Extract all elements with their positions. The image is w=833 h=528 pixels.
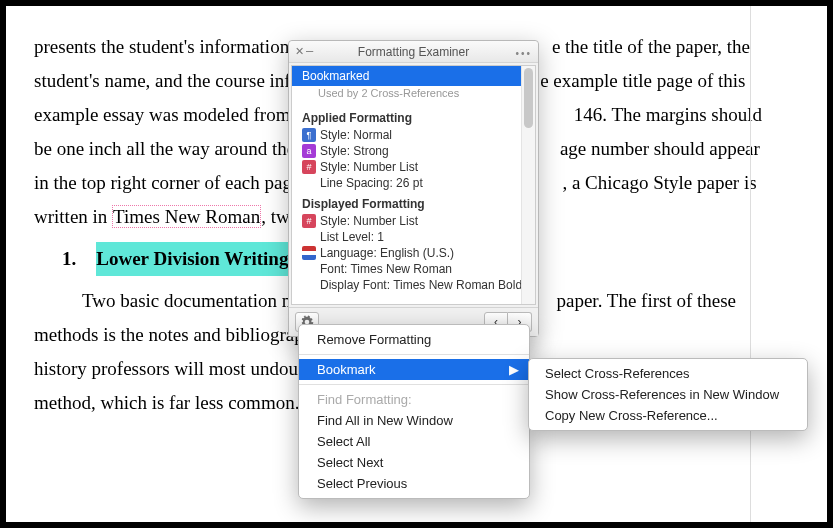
menu-find-heading: Find Formatting: (299, 389, 529, 410)
menu-separator (299, 384, 529, 385)
font-label: Font: Times New Roman (320, 262, 452, 276)
bookmarked-subtext: Used by 2 Cross-References (292, 86, 535, 105)
list-style-icon: # (302, 160, 316, 174)
style-row[interactable]: #Style: Number List (292, 213, 535, 229)
display-font-label: Display Font: Times New Roman Bold (320, 278, 522, 292)
field-placeholder[interactable]: Times New Roman (112, 205, 261, 228)
style-row[interactable]: ¶Style: Normal (292, 127, 535, 143)
applied-formatting-heading: Applied Formatting (292, 105, 535, 127)
list-style-icon: # (302, 214, 316, 228)
bookmarked-row[interactable]: Bookmarked (292, 66, 535, 86)
font-row[interactable]: Font: Times New Roman (292, 261, 535, 277)
menu-select-all[interactable]: Select All (299, 431, 529, 452)
display-font-row[interactable]: Display Font: Times New Roman Bold (292, 277, 535, 293)
bookmark-submenu[interactable]: Select Cross-References Show Cross-Refer… (528, 358, 808, 431)
body-text: age number should appear (560, 138, 760, 159)
panel-title: Formatting Examiner (358, 45, 469, 59)
list-level-row[interactable]: List Level: 1 (292, 229, 535, 245)
paragraph-icon: ¶ (302, 128, 316, 142)
scrollbar[interactable] (521, 66, 535, 304)
body-text: methods is the notes and bibliography (34, 324, 323, 345)
body-text: in the top right corner of each page (34, 172, 300, 193)
body-text: student's name, and the course info (34, 70, 300, 91)
body-text: history professors will most undoubte (34, 358, 321, 379)
flag-icon (302, 246, 316, 260)
scrollbar-thumb[interactable] (524, 68, 533, 128)
style-row[interactable]: aStyle: Strong (292, 143, 535, 159)
language-row[interactable]: Language: English (U.S.) (292, 245, 535, 261)
gear-dropdown-menu[interactable]: Remove Formatting Bookmark ▶ Find Format… (298, 324, 530, 499)
body-text: , a Chicago Style paper is (562, 172, 756, 193)
minimize-icon[interactable]: – (306, 43, 313, 58)
bookmarked-label: Bookmarked (302, 69, 369, 83)
menu-bookmark[interactable]: Bookmark ▶ (299, 359, 529, 380)
body-text: Two basic documentation m (82, 290, 296, 311)
submenu-select-xrefs[interactable]: Select Cross-References (529, 363, 807, 384)
body-text: e example title page of this (540, 70, 745, 91)
style-label: Style: Number List (320, 214, 418, 228)
body-text: presents the student's information. (34, 36, 294, 57)
style-label: Style: Number List (320, 160, 418, 174)
style-row[interactable]: #Style: Number List (292, 159, 535, 175)
displayed-formatting-heading: Displayed Formatting (292, 191, 535, 213)
body-text: paper. The first of these (556, 290, 736, 311)
submenu-show-xrefs[interactable]: Show Cross-References in New Window (529, 384, 807, 405)
panel-menu-icon[interactable]: ••• (515, 48, 532, 59)
panel-body: Bookmarked Used by 2 Cross-References Ap… (291, 65, 536, 305)
list-number: 1. (62, 242, 76, 276)
margin-guide (750, 6, 751, 522)
style-label: Style: Normal (320, 128, 392, 142)
menu-select-next[interactable]: Select Next (299, 452, 529, 473)
line-spacing-label: Line Spacing: 26 pt (320, 176, 423, 190)
menu-find-all[interactable]: Find All in New Window (299, 410, 529, 431)
body-text: method, which is far less common. Th (34, 392, 325, 413)
language-label: Language: English (U.S.) (320, 246, 454, 260)
menu-bookmark-label: Bookmark (317, 362, 376, 377)
body-text: written in (34, 206, 112, 227)
menu-remove-formatting[interactable]: Remove Formatting (299, 329, 529, 350)
chevron-right-icon: ▶ (509, 362, 519, 377)
style-label: Style: Strong (320, 144, 389, 158)
submenu-copy-xref[interactable]: Copy New Cross-Reference... (529, 405, 807, 426)
menu-separator (299, 354, 529, 355)
list-level-label: List Level: 1 (320, 230, 384, 244)
menu-select-previous[interactable]: Select Previous (299, 473, 529, 494)
close-icon[interactable]: ✕ (295, 45, 304, 60)
body-text: example essay was modeled from F (34, 104, 306, 125)
highlighted-heading: Lower Division Writing (96, 242, 288, 276)
body-text: e the title of the paper, the (552, 36, 750, 57)
formatting-examiner-panel[interactable]: ✕ – Formatting Examiner ••• Bookmarked U… (288, 40, 539, 337)
body-text: 146. The margins should (574, 104, 762, 125)
body-text: be one inch all the way around the (34, 138, 300, 159)
panel-titlebar[interactable]: ✕ – Formatting Examiner ••• (289, 41, 538, 63)
character-style-icon: a (302, 144, 316, 158)
line-spacing-row[interactable]: Line Spacing: 26 pt (292, 175, 535, 191)
